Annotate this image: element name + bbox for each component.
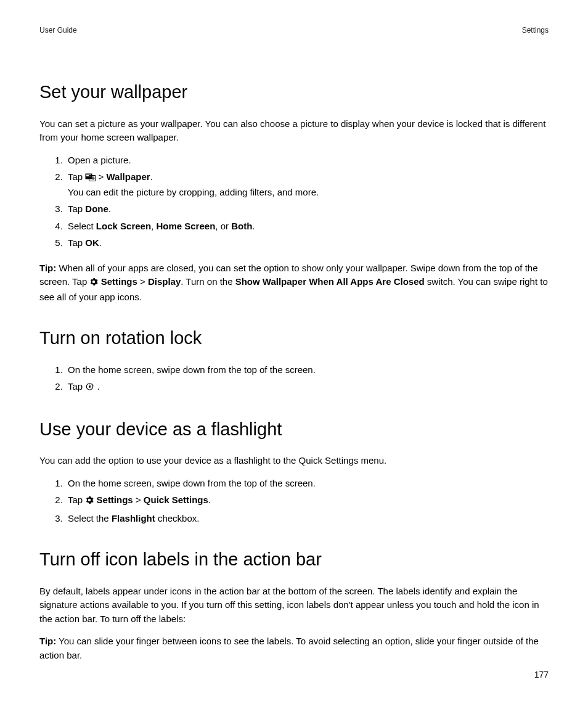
rotation-lock-icon: [85, 381, 94, 395]
step-2: Tap .: [65, 380, 549, 395]
step-2: Tap > Wallpaper. You can edit the pictur…: [65, 170, 549, 199]
step-flashlight: Flashlight: [112, 513, 155, 523]
intro-text: You can add the option to use your devic…: [39, 454, 549, 468]
or: , or: [215, 221, 231, 231]
steps-list: Open a picture. Tap > Wallpaper. You can…: [39, 154, 549, 250]
section-icon-labels: Turn off icon labels in the action bar B…: [39, 546, 549, 662]
tip-text: You can slide your finger between icons …: [39, 636, 539, 660]
step-text: Select: [68, 221, 96, 231]
section-flashlight: Use your device as a flashlight You can …: [39, 416, 549, 526]
step-text-a: Select the: [68, 513, 112, 523]
tip-sep: >: [137, 276, 148, 287]
opt-both: Both: [231, 221, 252, 231]
step-text: Tap: [68, 495, 83, 505]
step-period: .: [99, 237, 102, 248]
step-text: Tap: [68, 381, 83, 392]
intro-text: You can set a picture as your wallpaper.…: [39, 117, 549, 145]
step-text: Tap: [68, 237, 85, 248]
section-set-wallpaper: Set your wallpaper You can set a picture…: [39, 79, 549, 304]
step-target: Wallpaper: [106, 171, 150, 182]
tip-display: Display: [148, 276, 181, 287]
tip-switch: Show Wallpaper When All Apps Are Closed: [235, 276, 425, 287]
step-1: Open a picture.: [65, 154, 549, 168]
svg-rect-6: [89, 386, 91, 388]
svg-marker-7: [93, 385, 94, 386]
picture-edit-icon: [85, 171, 96, 186]
step-text: Tap: [68, 203, 85, 214]
step-2: Tap Settings > Quick Settings.: [65, 493, 549, 509]
step-1: On the home screen, swipe down from the …: [65, 477, 549, 491]
step-text-c: checkbox.: [155, 513, 200, 523]
step-5: Tap OK.: [65, 236, 549, 250]
step-sep: >: [133, 495, 144, 505]
heading-flashlight: Use your device as a flashlight: [39, 416, 549, 443]
tip-label: Tip:: [39, 636, 56, 646]
steps-list: On the home screen, swipe down from the …: [39, 477, 549, 526]
tip-text-b: . Turn on the: [181, 276, 235, 287]
document-page: User Guide Settings Set your wallpaper Y…: [0, 0, 588, 706]
tip-label: Tip:: [39, 263, 56, 273]
intro-text: By default, labels appear under icons in…: [39, 585, 549, 626]
opt-lock: Lock Screen: [96, 221, 151, 231]
tip-paragraph: Tip: You can slide your finger between i…: [39, 634, 549, 662]
step-quick: Quick Settings: [144, 495, 208, 505]
step-1: On the home screen, swipe down from the …: [65, 363, 549, 377]
tip-settings: Settings: [101, 276, 137, 287]
step-period: .: [97, 381, 100, 392]
header-right: Settings: [522, 25, 549, 36]
step-period: .: [150, 171, 153, 182]
step-sep: >: [99, 171, 107, 182]
step-period: .: [108, 203, 111, 214]
step-3: Select the Flashlight checkbox.: [65, 512, 549, 526]
step-settings: Settings: [97, 495, 133, 505]
heading-rotation-lock: Turn on rotation lock: [39, 325, 549, 352]
header-left: User Guide: [39, 25, 77, 36]
page-number: 177: [534, 668, 549, 681]
section-rotation-lock: Turn on rotation lock On the home screen…: [39, 325, 549, 395]
step-3: Tap Done.: [65, 202, 549, 216]
step-period: .: [252, 221, 255, 231]
step-target: OK: [85, 237, 99, 248]
step-period: .: [208, 495, 211, 505]
heading-set-wallpaper: Set your wallpaper: [39, 79, 549, 106]
step-text: Tap: [68, 171, 83, 182]
heading-icon-labels: Turn off icon labels in the action bar: [39, 546, 549, 573]
gear-icon: [85, 495, 94, 509]
tip-paragraph: Tip: When all of your apps are closed, y…: [39, 261, 549, 305]
step-target: Done: [85, 203, 108, 214]
opt-home: Home Screen: [156, 221, 215, 231]
step-detail: You can edit the picture by cropping, ad…: [68, 187, 319, 197]
steps-list: On the home screen, swipe down from the …: [39, 363, 549, 395]
page-header: User Guide Settings: [39, 25, 549, 36]
step-4: Select Lock Screen, Home Screen, or Both…: [65, 220, 549, 234]
gear-icon: [89, 276, 98, 290]
